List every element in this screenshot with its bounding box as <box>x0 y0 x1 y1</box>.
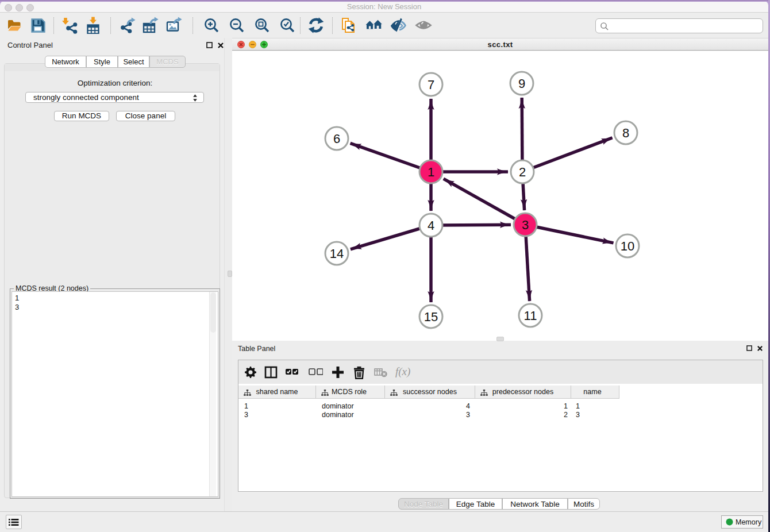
svg-text:15: 15 <box>424 310 438 324</box>
svg-text:1: 1 <box>428 165 434 179</box>
svg-text:8: 8 <box>622 126 629 140</box>
svg-text:9: 9 <box>518 76 525 91</box>
svg-text:7: 7 <box>428 78 434 92</box>
svg-text:2: 2 <box>519 165 526 179</box>
svg-text:4: 4 <box>428 218 434 233</box>
svg-text:3: 3 <box>522 218 529 232</box>
svg-text:10: 10 <box>621 239 634 253</box>
svg-text:11: 11 <box>524 309 537 323</box>
svg-text:14: 14 <box>330 246 344 261</box>
svg-text:6: 6 <box>333 132 340 146</box>
